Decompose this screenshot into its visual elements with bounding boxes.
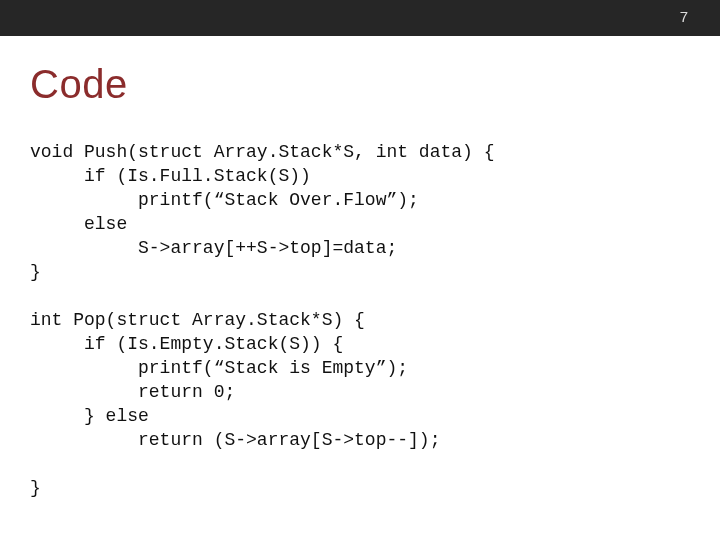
code-block: void Push(struct Array.Stack*S, int data… xyxy=(30,140,494,500)
slide-topbar: 7 xyxy=(0,0,720,36)
slide: 7 Code void Push(struct Array.Stack*S, i… xyxy=(0,0,720,540)
slide-title: Code xyxy=(30,62,128,107)
page-number: 7 xyxy=(680,8,688,25)
